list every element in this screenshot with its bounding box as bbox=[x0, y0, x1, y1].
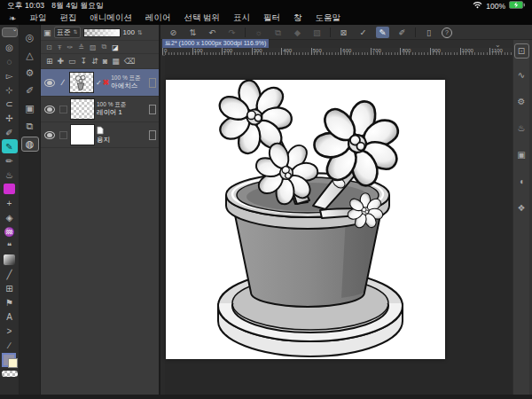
alpha-lock-icon[interactable]: Ŧ bbox=[58, 43, 62, 51]
save-settings-icon[interactable]: ▣ bbox=[21, 101, 39, 116]
color-blend-icon[interactable]: ♨ bbox=[514, 121, 529, 136]
material-icon[interactable]: ❖ bbox=[514, 200, 529, 215]
zoom-subtool-icon[interactable]: ◎ bbox=[21, 30, 39, 45]
layer-row-3[interactable]: 용지 bbox=[41, 122, 159, 148]
menu-item[interactable]: 레이어 bbox=[145, 12, 171, 24]
transfer-down-icon[interactable]: ↧ bbox=[81, 57, 88, 66]
blend-tool[interactable]: ♒ bbox=[2, 224, 18, 239]
merge-down-icon[interactable]: ⇵ bbox=[91, 57, 98, 66]
eyedropper-tool[interactable]: ✐ bbox=[2, 125, 18, 139]
gradient-tool[interactable] bbox=[4, 254, 15, 265]
settings-sun-icon[interactable]: ☼ bbox=[252, 27, 265, 38]
undo-icon[interactable]: ↶ bbox=[206, 27, 219, 38]
menu-item[interactable]: 애니메이션 bbox=[90, 12, 132, 24]
draft-layer-icon[interactable]: ✑ bbox=[67, 43, 74, 51]
artwork-canvas[interactable] bbox=[166, 80, 445, 359]
canvas-tab[interactable]: 트2* (1000 x 1000px 300dpi 116.9%) bbox=[162, 39, 269, 48]
menu-item[interactable]: 도움말 bbox=[316, 12, 341, 24]
eraser-tool[interactable]: ◈ bbox=[2, 210, 18, 224]
copy-icon[interactable]: ⧉ bbox=[271, 27, 285, 38]
workspace-panel-icon[interactable]: ⊡ bbox=[514, 43, 529, 59]
layer-thumbnail[interactable] bbox=[70, 124, 95, 145]
blend-mode-select[interactable]: 표준 ⇅ bbox=[54, 27, 81, 38]
layer-handle[interactable] bbox=[149, 130, 156, 140]
layer-row-1[interactable]: ∕ ✓ ✖ 100 % 표준 아에치스 bbox=[41, 69, 159, 97]
layer-handle[interactable] bbox=[149, 105, 156, 114]
transform-swirl-icon[interactable]: ∿ bbox=[514, 67, 529, 82]
pen-tool[interactable]: ✎ bbox=[2, 139, 18, 153]
brush-tool[interactable]: ✏ bbox=[2, 153, 18, 168]
layers-stack-icon[interactable]: ⧉ bbox=[21, 119, 39, 134]
redo-icon[interactable]: ↷ bbox=[225, 27, 239, 38]
layer-property-icon[interactable]: ⚙ bbox=[514, 94, 529, 109]
figure-tool[interactable]: + bbox=[2, 196, 18, 210]
new-folder-icon[interactable]: ▭ bbox=[68, 57, 76, 66]
reference-layer-icon[interactable]: ⧉ bbox=[102, 43, 107, 51]
layer-checkbox[interactable] bbox=[59, 131, 67, 139]
color-swatches[interactable] bbox=[2, 353, 18, 368]
transparent-color-strip[interactable] bbox=[2, 371, 18, 377]
layer-mask-icon[interactable]: ◙ bbox=[103, 57, 107, 66]
combine-mode-icon[interactable]: ▣ bbox=[43, 28, 51, 37]
layer-color-icon[interactable]: ◪ bbox=[112, 43, 119, 51]
menu-item[interactable]: 선택 범위 bbox=[184, 12, 220, 24]
lock-transparent-icon[interactable]: ▨ bbox=[90, 43, 97, 51]
new-layer-icon[interactable]: ⊞ bbox=[46, 57, 53, 66]
menu-item[interactable]: 편집 bbox=[59, 12, 76, 24]
lock-layer-icon[interactable]: ≙ bbox=[78, 43, 84, 51]
menu-item[interactable]: 파일 bbox=[29, 12, 46, 24]
menu-item[interactable]: 표시 bbox=[233, 12, 250, 24]
visibility-eye-icon[interactable] bbox=[44, 79, 55, 87]
canvas-lock-icon[interactable]: ⊘ bbox=[167, 27, 180, 38]
clip-layer-icon[interactable]: ⊡ bbox=[46, 43, 52, 51]
move-tool[interactable]: ⊹ bbox=[2, 82, 18, 97]
brush-settings-icon[interactable]: ✐ bbox=[21, 83, 39, 98]
visibility-eye-icon[interactable] bbox=[44, 106, 55, 113]
layer-handle[interactable] bbox=[149, 78, 156, 88]
pen-check-icon[interactable]: ✓ bbox=[356, 27, 370, 38]
selection-tool[interactable]: ◌ bbox=[2, 54, 18, 68]
layer-thumbnail[interactable] bbox=[69, 72, 94, 93]
flag-tool[interactable]: ⚑ bbox=[2, 295, 18, 309]
layer-select-icon[interactable]: △ bbox=[21, 48, 39, 63]
pen-icon[interactable]: ✐ bbox=[395, 27, 409, 38]
canvas-viewport[interactable] bbox=[165, 55, 512, 395]
mesh-sphere-icon[interactable]: ◍ bbox=[21, 137, 39, 152]
polyline-tool[interactable]: > bbox=[2, 324, 18, 338]
menu-item[interactable]: 창 bbox=[293, 12, 302, 24]
auto-select-tool[interactable]: ✢ bbox=[2, 111, 18, 125]
delete-layer-icon[interactable]: ⌫ bbox=[124, 57, 136, 66]
opacity-stepper[interactable]: ⇅ bbox=[137, 29, 143, 36]
app-logo-icon[interactable]: ❧ bbox=[9, 13, 16, 23]
gesture-icon[interactable]: ◖ bbox=[514, 174, 529, 189]
ruler-tick: 500 bbox=[311, 48, 322, 55]
deselect-icon[interactable]: ⊠ bbox=[337, 27, 350, 38]
navigator-icon[interactable]: ▣ bbox=[514, 147, 529, 162]
new-vector-layer-icon[interactable]: ✚ bbox=[58, 57, 65, 66]
zoom-tool[interactable]: ◎ bbox=[2, 40, 18, 54]
decoration-tool[interactable] bbox=[4, 184, 15, 194]
opacity-slider[interactable] bbox=[83, 28, 121, 37]
layer-thumbnail[interactable] bbox=[70, 98, 95, 120]
frame-tool[interactable]: ⊞ bbox=[2, 281, 18, 295]
airbrush-tool[interactable]: ♨ bbox=[2, 168, 18, 182]
menu-item[interactable]: 필터 bbox=[263, 12, 280, 24]
object-tool[interactable]: ▻ bbox=[2, 68, 18, 82]
visibility-eye-icon[interactable] bbox=[44, 131, 55, 139]
fill-icon[interactable]: ◆ bbox=[291, 27, 304, 38]
color-mode-chip[interactable] bbox=[2, 27, 18, 37]
line-tool[interactable]: ╱ bbox=[2, 267, 18, 281]
layer-checkbox[interactable] bbox=[59, 106, 67, 113]
expand-chevrons-icon[interactable]: ⇅ bbox=[186, 27, 200, 38]
select-area-icon[interactable]: ▧ bbox=[310, 27, 324, 38]
text-tool[interactable]: A bbox=[2, 309, 18, 324]
pencil-tool[interactable]: ∕ bbox=[2, 338, 18, 352]
pen-settings-icon[interactable]: ⚙ bbox=[21, 66, 39, 81]
frame-border-icon[interactable]: ▦ bbox=[112, 57, 120, 66]
device-icon[interactable]: ▯ bbox=[422, 27, 435, 38]
help-icon[interactable]: ? bbox=[442, 27, 452, 38]
balloon-tool[interactable]: ❝ bbox=[2, 239, 18, 253]
lasso-tool[interactable]: ⊂ bbox=[2, 97, 18, 111]
layer-row-2[interactable]: 100 % 표준 레이어 1 bbox=[41, 97, 159, 122]
brush-icon[interactable]: ✎ bbox=[376, 27, 389, 38]
